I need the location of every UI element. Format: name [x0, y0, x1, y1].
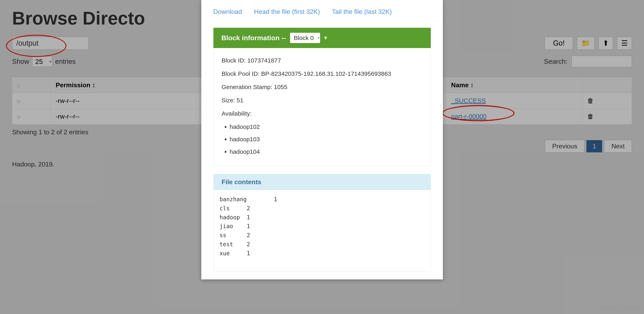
node-3: hadoop104: [230, 146, 422, 157]
file-contents-header: File contents: [214, 174, 431, 190]
file-contents-section: File contents banzhang 1 cls 2 hadoop 1 …: [201, 174, 443, 279]
chevron-down-icon: ▾: [324, 35, 327, 41]
file-contents-textarea[interactable]: banzhang 1 cls 2 hadoop 1 jiao 1 ss 2 te…: [214, 190, 430, 270]
modal-top-links: Download Head the file (first 32K) Tail …: [201, 0, 443, 22]
block-pool-id: Block Pool ID: BP-823420375-192.168.31.1…: [222, 68, 422, 79]
availability-label: Availability:: [222, 108, 422, 119]
node-2: hadoop103: [230, 134, 422, 145]
block-info-section: Block information -- Block 0 Block 1 ▾ B…: [201, 22, 443, 166]
block-info-label: Block information --: [222, 34, 286, 42]
block-id: Block ID: 1073741877: [222, 55, 422, 66]
file-contents-body: banzhang 1 cls 2 hadoop 1 jiao 1 ss 2 te…: [214, 190, 431, 271]
head-file-link[interactable]: Head the file (first 32K): [254, 8, 320, 15]
file-detail-modal: Download Head the file (first 32K) Tail …: [201, 0, 443, 279]
block-size: Size: 51: [222, 95, 422, 106]
download-link[interactable]: Download: [214, 8, 242, 15]
generation-stamp: Generation Stamp: 1055: [222, 82, 422, 92]
node-1: hadoop102: [230, 121, 422, 132]
watermark: CSDN @生产队队长: [598, 306, 642, 312]
block-info-header: Block information -- Block 0 Block 1 ▾: [214, 28, 431, 48]
tail-file-link[interactable]: Tail the file (last 32K): [332, 8, 392, 15]
block-select[interactable]: Block 0 Block 1: [290, 33, 320, 43]
block-info-body: Block ID: 1073741877 Block Pool ID: BP-8…: [214, 48, 431, 166]
availability-nodes: hadoop102 hadoop103 hadoop104: [230, 121, 422, 157]
modal-overlay: Download Head the file (first 32K) Tail …: [0, 0, 644, 314]
